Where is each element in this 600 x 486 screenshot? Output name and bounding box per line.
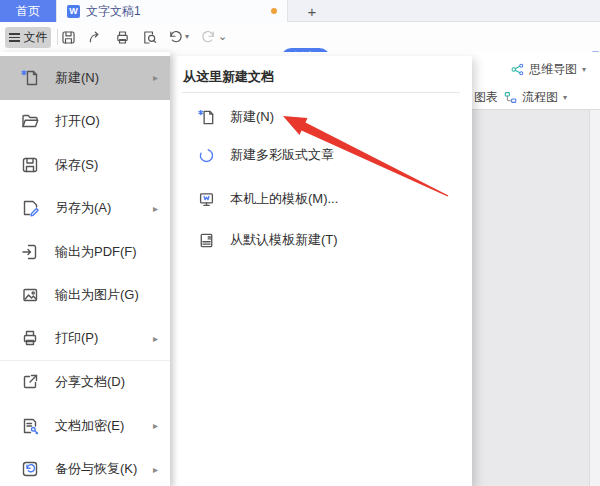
- local-template-icon: [197, 190, 216, 209]
- file-menu-item-open[interactable]: 打开(O): [0, 100, 170, 144]
- file-menu-item-share[interactable]: 分享文档(D): [0, 361, 170, 405]
- submenu-item-default-template[interactable]: 从默认模板新建(T): [170, 227, 472, 253]
- new-document-icon: [197, 108, 216, 127]
- undo-dropdown-caret[interactable]: ▾: [185, 32, 189, 41]
- writer-doc-icon: W: [67, 5, 80, 18]
- mindmap-icon: [510, 62, 525, 77]
- redo-icon[interactable]: [200, 29, 217, 46]
- file-menu-item-new[interactable]: 新建(N) ▸: [0, 56, 170, 100]
- wps-writer-window: 首页 W 文字文稿1 + 文件 ▾: [0, 0, 600, 486]
- submenu-divider: [182, 92, 460, 93]
- file-menu-item-save-as[interactable]: 另存为(A) ▸: [0, 187, 170, 231]
- save-icon[interactable]: [60, 29, 77, 46]
- submenu-header: 从这里新建文档: [183, 68, 274, 86]
- file-menu-item-backup[interactable]: 备份与恢复(K) ▸: [0, 448, 170, 486]
- open-folder-icon: [20, 111, 40, 131]
- document-tab[interactable]: W 文字文稿1: [56, 0, 288, 22]
- toolbar-separator: [57, 29, 58, 45]
- submenu-arrow-icon: ▸: [153, 420, 158, 431]
- flowchart-button[interactable]: 流程图 ▾: [503, 89, 567, 106]
- save-as-icon: [20, 198, 40, 218]
- menu-item-label: 输出为PDF(F): [55, 243, 137, 261]
- print-icon[interactable]: [114, 29, 131, 46]
- menu-item-label: 分享文档(D): [55, 373, 125, 391]
- chart-label: 图表: [474, 89, 498, 106]
- file-menu-item-export-image[interactable]: 输出为图片(G): [0, 274, 170, 318]
- home-tab[interactable]: 首页: [0, 0, 56, 22]
- export-image-icon: [20, 285, 40, 305]
- file-menu-item-export-pdf[interactable]: 输出为PDF(F): [0, 230, 170, 274]
- submenu-arrow-icon: ▸: [153, 203, 158, 214]
- menu-item-label: 保存(S): [55, 156, 98, 174]
- submenu-item-label: 本机上的模板(M)...: [230, 190, 338, 208]
- menu-item-label: 文档加密(E): [55, 417, 124, 435]
- submenu-item-colorful-article[interactable]: 新建多彩版式文章: [170, 142, 472, 168]
- colorful-article-icon: [197, 146, 216, 165]
- file-menu-item-print[interactable]: 打印(P) ▸: [0, 317, 170, 361]
- title-bar: 首页 W 文字文稿1 +: [0, 0, 600, 22]
- vertical-scrollbar[interactable]: [589, 110, 600, 486]
- submenu-item-label: 新建(N): [230, 108, 274, 126]
- toolbar-more-chevron-icon[interactable]: ⌄: [218, 30, 227, 43]
- submenu-item-new[interactable]: 新建(N): [170, 104, 472, 130]
- mindmap-label: 思维导图: [529, 61, 577, 78]
- submenu-arrow-icon: ▸: [153, 333, 158, 344]
- flowchart-label: 流程图: [522, 89, 558, 106]
- submenu-item-label: 新建多彩版式文章: [230, 146, 334, 164]
- hamburger-icon: [9, 31, 20, 43]
- submenu-arrow-icon: ▸: [153, 464, 158, 475]
- export-icon[interactable]: [87, 29, 104, 46]
- unsaved-indicator-dot: [271, 8, 277, 14]
- menu-item-label: 备份与恢复(K): [55, 460, 137, 478]
- document-title: 文字文稿1: [86, 3, 141, 20]
- file-button-label: 文件: [24, 29, 48, 46]
- file-menu-panel: 新建(N) ▸ 打开(O) 保存(S) 另存为(A) ▸ 输出为: [0, 52, 170, 486]
- submenu-item-local-templates[interactable]: 本机上的模板(M)...: [170, 186, 472, 212]
- share-icon: [20, 372, 40, 392]
- chart-button[interactable]: 图表: [474, 89, 498, 106]
- menu-bar: 文件 ▾ ⌄ 开始 插入 页面布局 引用 审阅 视图 章节: [0, 22, 600, 52]
- menu-item-label: 打开(O): [55, 112, 100, 130]
- menu-item-label: 新建(N): [55, 69, 99, 87]
- menu-item-label: 打印(P): [55, 329, 98, 347]
- menu-item-label: 另存为(A): [55, 199, 111, 217]
- menu-item-label: 输出为图片(G): [55, 286, 139, 304]
- new-document-icon: [20, 68, 40, 88]
- submenu-item-label: 从默认模板新建(T): [230, 231, 338, 249]
- undo-icon[interactable]: [167, 29, 184, 46]
- new-tab-button[interactable]: +: [300, 0, 324, 22]
- file-menu-item-encrypt[interactable]: 文档加密(E) ▸: [0, 404, 170, 448]
- encrypt-icon: [20, 416, 40, 436]
- mindmap-caret-icon: ▾: [582, 65, 586, 74]
- mindmap-button[interactable]: 思维导图 ▾: [510, 61, 586, 78]
- backup-restore-icon: [20, 459, 40, 479]
- save-icon: [20, 155, 40, 175]
- print-preview-icon[interactable]: [141, 29, 158, 46]
- flowchart-icon: [503, 90, 518, 105]
- file-menu-button[interactable]: 文件: [5, 27, 51, 48]
- default-template-icon: [197, 231, 216, 250]
- flowchart-caret-icon: ▾: [563, 93, 567, 102]
- new-document-submenu: 从这里新建文档 新建(N) 新建多彩版式文章 本机上的模板(M)... 从默认模…: [170, 56, 472, 486]
- submenu-arrow-icon: ▸: [153, 72, 158, 83]
- print-icon: [20, 328, 40, 348]
- file-menu-item-save[interactable]: 保存(S): [0, 143, 170, 187]
- export-pdf-icon: [20, 242, 40, 262]
